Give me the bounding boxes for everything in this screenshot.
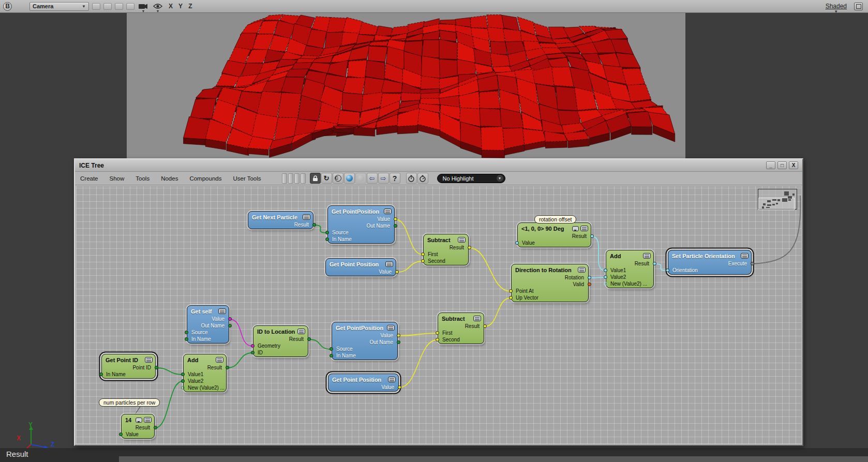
view-memo-button-2[interactable] bbox=[103, 3, 112, 10]
node-add-right[interactable]: AddResultValue1Value2New (Value2) ... bbox=[606, 250, 654, 288]
node-get-point-id[interactable]: Get Point IDPoint IDIn Name bbox=[101, 354, 156, 379]
port-second[interactable] bbox=[421, 259, 425, 263]
view-memo-button-1[interactable] bbox=[92, 3, 100, 10]
node-menu-icon[interactable] bbox=[384, 208, 392, 214]
ice-titlebar[interactable]: ICE Tree _ □ X bbox=[75, 159, 802, 172]
node-get-self[interactable]: Get selfValueOut NameSourceIn Name bbox=[187, 305, 229, 344]
port-out-name[interactable] bbox=[397, 340, 400, 344]
node-add-left[interactable]: AddResultValue1Value2New (Value2) ... bbox=[183, 354, 227, 392]
node-menu-icon[interactable] bbox=[578, 267, 586, 273]
slat-button[interactable] bbox=[282, 173, 287, 184]
minimize-button[interactable]: _ bbox=[766, 161, 775, 169]
port-result[interactable] bbox=[226, 366, 229, 369]
port-source[interactable] bbox=[185, 331, 188, 334]
port-in-name[interactable] bbox=[185, 337, 188, 341]
timer-g-icon[interactable] bbox=[417, 173, 428, 184]
node-menu-icon[interactable] bbox=[580, 226, 588, 231]
arrow-right-icon[interactable]: ⇨ bbox=[378, 173, 389, 184]
port-source[interactable] bbox=[330, 347, 333, 351]
port-value1[interactable] bbox=[604, 269, 607, 272]
node-get-next-particle[interactable]: Get Next ParticleResult bbox=[248, 211, 313, 229]
resize-viewport-button[interactable] bbox=[854, 3, 863, 10]
graph-navigator[interactable] bbox=[758, 189, 797, 210]
port-value[interactable] bbox=[228, 317, 232, 321]
node-menu-icon[interactable] bbox=[144, 417, 152, 423]
port-in-name[interactable] bbox=[99, 372, 103, 376]
app-logo[interactable]: B bbox=[3, 2, 12, 11]
port-out-name[interactable] bbox=[228, 324, 232, 327]
axis-lock-buttons[interactable]: X Y Z bbox=[169, 3, 194, 10]
slat-button[interactable] bbox=[288, 173, 293, 184]
port-result[interactable] bbox=[307, 337, 311, 341]
port-result[interactable] bbox=[483, 324, 487, 328]
node-direction-to-rotation[interactable]: Direction to RotationRotationValidPoint … bbox=[511, 264, 589, 302]
port-value[interactable] bbox=[394, 217, 397, 221]
node-set-particle-orientation[interactable]: Set Particle OrientationExecuteOrientati… bbox=[668, 250, 752, 275]
port-source[interactable] bbox=[325, 231, 329, 234]
port-id[interactable] bbox=[251, 351, 255, 354]
camera-view-selector[interactable]: Camera ▼ bbox=[29, 2, 89, 11]
node-menu-icon[interactable] bbox=[741, 253, 749, 259]
view-memo-button-3[interactable] bbox=[115, 3, 123, 10]
maximize-button[interactable]: □ bbox=[777, 161, 787, 169]
globe-icon[interactable] bbox=[344, 173, 355, 184]
display-mode-selector[interactable]: Shaded▼ bbox=[826, 3, 847, 10]
slat-button[interactable] bbox=[301, 173, 306, 184]
node-menu-icon[interactable] bbox=[385, 261, 393, 267]
node-menu-icon[interactable] bbox=[387, 325, 395, 331]
port-value[interactable] bbox=[395, 270, 399, 274]
help-icon[interactable]: ? bbox=[390, 173, 400, 184]
node-id-to-location[interactable]: ID to LocationResultGeometryID bbox=[253, 325, 308, 357]
node-get-pointposition-bottom[interactable]: Get PointPositionValueOut NameSourceIn N… bbox=[332, 322, 398, 360]
node-get-point-position-top[interactable]: Get Point PositionValue bbox=[325, 258, 396, 276]
comment-bubble-icon[interactable] bbox=[136, 418, 142, 423]
c-icon[interactable]: C bbox=[333, 173, 343, 184]
lock-icon[interactable] bbox=[310, 173, 321, 184]
arrow-left-icon[interactable]: ⇦ bbox=[367, 173, 378, 184]
node-menu-icon[interactable] bbox=[145, 357, 153, 363]
port-value[interactable] bbox=[398, 385, 401, 389]
port-value2[interactable] bbox=[604, 275, 607, 279]
eye-icon[interactable]: ▼ bbox=[152, 2, 163, 11]
node-menu-icon[interactable] bbox=[643, 253, 651, 259]
slat-button[interactable] bbox=[294, 173, 300, 184]
annotation-num-particles-per-row[interactable]: num particles per row bbox=[99, 398, 160, 407]
port-execute[interactable] bbox=[751, 262, 754, 265]
port-out-name[interactable] bbox=[394, 224, 397, 228]
port-result[interactable] bbox=[653, 262, 656, 265]
port-rotation[interactable] bbox=[588, 276, 591, 279]
node-rotation-node[interactable]: <1, 0, 0> 90 DegResultValue bbox=[517, 222, 591, 247]
port-result[interactable] bbox=[154, 426, 157, 429]
port-in-name[interactable] bbox=[330, 354, 333, 357]
refresh-icon[interactable]: ↻ bbox=[321, 173, 332, 184]
port-value2[interactable] bbox=[181, 379, 185, 383]
node-get-point-position-selected[interactable]: Get Point PositionValue bbox=[328, 374, 399, 392]
ice-graph-canvas[interactable]: Get Next ParticleResultGet PointPosition… bbox=[76, 186, 801, 444]
menu-compounds[interactable]: Compounds bbox=[189, 175, 229, 182]
port-new-value2-[interactable] bbox=[604, 282, 607, 286]
node-menu-icon[interactable] bbox=[218, 308, 226, 314]
port-valid[interactable] bbox=[588, 282, 591, 286]
port-result[interactable] bbox=[312, 223, 316, 227]
port-new-value2-[interactable] bbox=[181, 386, 185, 390]
close-button[interactable]: X bbox=[789, 161, 798, 169]
port-value[interactable] bbox=[397, 334, 400, 337]
port-orientation[interactable] bbox=[666, 269, 669, 272]
node-menu-icon[interactable] bbox=[216, 357, 223, 363]
port-value[interactable] bbox=[515, 241, 519, 245]
camera-icon[interactable]: ▼ bbox=[138, 2, 149, 11]
port-up-vector[interactable] bbox=[509, 296, 513, 300]
timer-icon[interactable] bbox=[406, 173, 417, 184]
menu-show[interactable]: Show bbox=[110, 175, 132, 182]
port-second[interactable] bbox=[436, 338, 439, 341]
node-menu-icon[interactable] bbox=[297, 329, 305, 334]
menu-nodes[interactable]: Nodes bbox=[161, 175, 185, 182]
node-get-pointposition-top[interactable]: Get PointPositionValueOut NameSourceIn N… bbox=[327, 205, 395, 244]
port-geometry[interactable] bbox=[251, 344, 255, 348]
node-menu-icon[interactable] bbox=[458, 237, 466, 243]
menu-create[interactable]: Create bbox=[80, 175, 106, 182]
comment-bubble-icon[interactable] bbox=[572, 226, 579, 231]
node-subtract-top[interactable]: SubtractResultFirstSecond bbox=[423, 234, 469, 265]
port-first[interactable] bbox=[421, 252, 425, 256]
highlight-dropdown[interactable]: No Highlight ▼ bbox=[437, 174, 505, 183]
